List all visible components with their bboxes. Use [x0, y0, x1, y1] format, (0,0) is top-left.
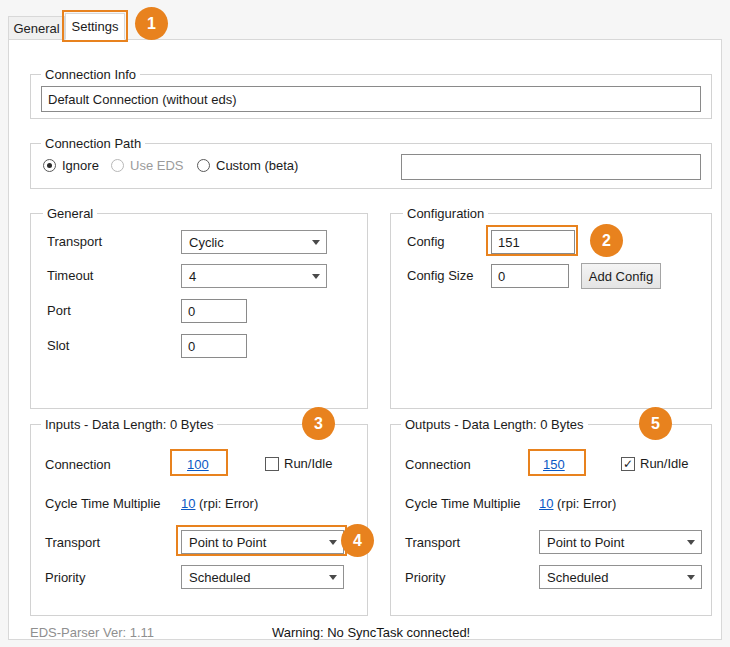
config-input[interactable] [491, 230, 575, 254]
outputs-transport-select[interactable]: Point to Point [539, 530, 702, 554]
callout-2: 2 [590, 224, 623, 257]
transport-value: Cyclic [189, 235, 224, 250]
inputs-priority-value: Scheduled [189, 570, 250, 585]
checkbox-icon [621, 457, 635, 471]
chevron-down-icon [323, 531, 343, 553]
callout-3: 3 [302, 407, 335, 440]
configuration-title: Configuration [403, 206, 488, 221]
inputs-run-idle-label: Run/Idle [284, 456, 332, 471]
inputs-run-idle-checkbox[interactable]: Run/Idle [265, 456, 332, 471]
parser-version-text: EDS-Parser Ver: 1.11 [30, 625, 154, 640]
outputs-cycle-suffix: (rpi: Error) [557, 496, 616, 511]
connection-path-input[interactable] [401, 154, 701, 180]
inputs-connection-link[interactable]: 100 [187, 457, 209, 472]
radio-use-eds[interactable]: Use EDS [111, 158, 183, 173]
outputs-cycle-link[interactable]: 10 [539, 496, 553, 511]
checkbox-icon [265, 457, 279, 471]
inputs-connection-label: Connection [45, 457, 111, 472]
inputs-cycle-suffix: (rpi: Error) [199, 496, 258, 511]
radio-icon [111, 159, 124, 172]
chevron-down-icon [323, 566, 343, 588]
inputs-transport-select[interactable]: Point to Point [181, 530, 344, 554]
port-input[interactable] [181, 299, 247, 323]
timeout-select[interactable]: 4 [181, 264, 327, 288]
chevron-down-icon [681, 531, 701, 553]
inputs-priority-label: Priority [45, 570, 85, 585]
chevron-down-icon [681, 566, 701, 588]
outputs-transport-label: Transport [405, 535, 460, 550]
outputs-connection-label: Connection [405, 457, 471, 472]
radio-ignore[interactable]: Ignore [43, 158, 99, 173]
inputs-cycle-link[interactable]: 10 [181, 496, 195, 511]
connection-info-input[interactable] [41, 86, 701, 112]
connection-info-title: Connection Info [41, 67, 140, 82]
outputs-run-idle-label: Run/Idle [640, 456, 688, 471]
transport-select[interactable]: Cyclic [181, 230, 327, 254]
radio-custom-beta-label: Custom (beta) [216, 158, 298, 173]
configuration-group: Configuration Config Config Size Add Con… [390, 213, 712, 409]
config-size-label: Config Size [407, 268, 473, 283]
inputs-transport-value: Point to Point [189, 535, 266, 550]
inputs-group: Inputs - Data Length: 0 Bytes Connection… [30, 424, 368, 616]
tab-settings[interactable]: Settings [65, 13, 125, 40]
callout-5: 5 [639, 407, 672, 440]
connection-path-group: Connection Path Ignore Use EDS Custom (b… [30, 143, 712, 189]
tab-general[interactable]: General [8, 16, 65, 39]
chevron-down-icon [306, 231, 326, 253]
inputs-cycle-label: Cycle Time Multiplie [45, 496, 161, 511]
outputs-priority-label: Priority [405, 570, 445, 585]
slot-label: Slot [47, 338, 69, 353]
slot-input[interactable] [181, 334, 247, 358]
radio-icon [43, 159, 56, 172]
inputs-transport-label: Transport [45, 535, 100, 550]
inputs-priority-select[interactable]: Scheduled [181, 565, 344, 589]
callout-1: 1 [135, 7, 168, 40]
connection-info-group: Connection Info [30, 74, 712, 119]
timeout-value: 4 [189, 269, 196, 284]
outputs-run-idle-checkbox[interactable]: Run/Idle [621, 456, 688, 471]
outputs-cycle-label: Cycle Time Multiplie [405, 496, 521, 511]
config-size-input[interactable] [491, 264, 569, 288]
outputs-priority-select[interactable]: Scheduled [539, 565, 702, 589]
radio-custom-beta[interactable]: Custom (beta) [197, 158, 298, 173]
outputs-connection-link[interactable]: 150 [543, 457, 565, 472]
settings-window: General Settings Connection Info Connect… [0, 0, 730, 647]
outputs-title: Outputs - Data Length: 0 Bytes [401, 417, 588, 432]
outputs-group: Outputs - Data Length: 0 Bytes Connectio… [390, 424, 712, 616]
chevron-down-icon [306, 265, 326, 287]
inputs-title: Inputs - Data Length: 0 Bytes [41, 417, 217, 432]
transport-label: Transport [47, 234, 102, 249]
timeout-label: Timeout [47, 268, 93, 283]
radio-ignore-label: Ignore [62, 158, 99, 173]
outputs-transport-value: Point to Point [547, 535, 624, 550]
general-title: General [43, 206, 97, 221]
callout-4: 4 [341, 524, 374, 557]
radio-use-eds-label: Use EDS [130, 158, 183, 173]
synctask-warning-text: Warning: No SyncTask connected! [272, 625, 470, 640]
outputs-priority-value: Scheduled [547, 570, 608, 585]
add-config-button[interactable]: Add Config [581, 263, 661, 289]
connection-path-title: Connection Path [41, 136, 145, 151]
radio-icon [197, 159, 210, 172]
config-label: Config [407, 234, 445, 249]
general-group: General Transport Cyclic Timeout 4 Port … [30, 213, 368, 409]
port-label: Port [47, 303, 71, 318]
